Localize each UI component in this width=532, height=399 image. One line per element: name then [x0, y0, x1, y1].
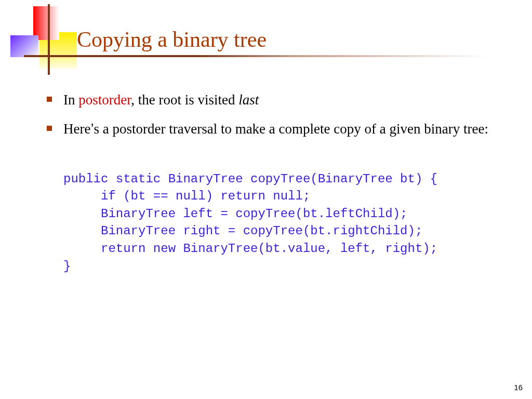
text-fragment: , the root is visited [131, 92, 238, 108]
bullet-text: In postorder, the root is visited last [63, 90, 259, 110]
text-fragment: Here [63, 121, 90, 137]
text-fragment: In [63, 92, 78, 108]
slide-title: Copying a binary tree [77, 27, 267, 52]
emphasis-last: last [238, 92, 259, 108]
code-block: public static BinaryTree copyTree(Binary… [63, 170, 504, 275]
bullet-icon [47, 97, 52, 102]
bullet-icon [47, 126, 52, 131]
bullet-item: Here’s a postorder traversal to make a c… [47, 119, 504, 139]
page-number: 16 [514, 383, 523, 392]
bullet-item: In postorder, the root is visited last [47, 90, 504, 110]
vertical-rule [48, 4, 50, 75]
text-fragment: s a postorder traversal to make a comple… [94, 121, 488, 137]
corner-block-purple [10, 35, 38, 57]
slide-body: In postorder, the root is visited last H… [47, 90, 504, 275]
horizontal-rule [24, 55, 511, 57]
emphasis-postorder: postorder [78, 92, 131, 108]
bullet-text: Here’s a postorder traversal to make a c… [63, 119, 488, 139]
